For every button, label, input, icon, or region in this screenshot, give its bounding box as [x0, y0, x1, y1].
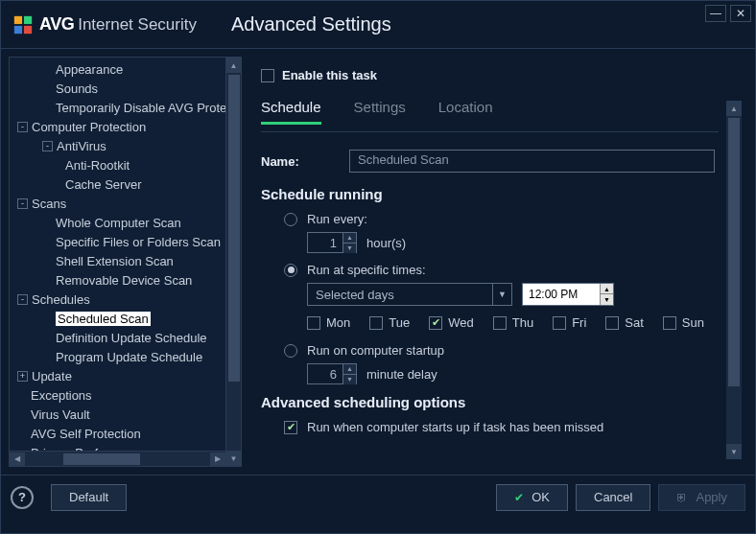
- step-up-icon[interactable]: ▲: [343, 233, 356, 244]
- check-icon: ✔: [514, 491, 524, 504]
- day-mon-checkbox[interactable]: [307, 316, 320, 330]
- step-down-icon[interactable]: ▼: [343, 375, 356, 384]
- tree-item-label: Computer Protection: [32, 120, 146, 134]
- scroll-down-icon[interactable]: ▼: [226, 451, 241, 466]
- tree-item[interactable]: Sounds: [10, 79, 241, 98]
- scroll-right-icon[interactable]: ▶: [210, 453, 225, 466]
- sidebar-horizontal-scrollbar[interactable]: ◀ ▶: [10, 451, 225, 466]
- tree-item[interactable]: Shell Extension Scan: [10, 251, 241, 270]
- day-tue-checkbox[interactable]: [369, 316, 383, 330]
- tree-item[interactable]: Cache Server: [10, 174, 241, 194]
- tree-item-label: Specific Files or Folders Scan: [56, 235, 221, 249]
- tree-item[interactable]: -Schedules: [10, 290, 241, 309]
- tree-item-label: Schedules: [32, 292, 90, 307]
- collapse-icon[interactable]: -: [17, 122, 28, 132]
- svg-rect-3: [24, 25, 32, 33]
- run-startup-radio[interactable]: [284, 344, 297, 358]
- tree-item[interactable]: +Update: [10, 366, 241, 385]
- advanced-options-title: Advanced scheduling options: [261, 394, 715, 410]
- logo-product: Internet Security: [78, 15, 197, 35]
- tree-item[interactable]: Anti-Rootkit: [10, 155, 241, 174]
- tab-location[interactable]: Location: [438, 96, 493, 125]
- run-every-stepper[interactable]: 1 ▲ ▼: [307, 232, 357, 253]
- tree-item[interactable]: Virus Vault: [10, 405, 241, 424]
- startup-delay-stepper[interactable]: 6 ▲ ▼: [307, 363, 357, 384]
- day-wed-checkbox[interactable]: [429, 316, 442, 330]
- startup-delay-unit: minute delay: [366, 367, 437, 382]
- logo: AVG Internet Security: [12, 14, 197, 35]
- content-panel: Enable this task Schedule Settings Locat…: [248, 57, 747, 467]
- name-input[interactable]: Scheduled Scan: [349, 150, 715, 173]
- sidebar-vertical-scrollbar[interactable]: ▲ ▼: [225, 58, 241, 466]
- day-thu-checkbox[interactable]: [493, 316, 507, 330]
- tree-item-label: Update: [32, 369, 72, 383]
- scroll-thumb[interactable]: [228, 75, 240, 382]
- tree-item[interactable]: Program Update Schedule: [10, 347, 241, 366]
- tree-item[interactable]: Specific Files or Folders Scan: [10, 232, 241, 251]
- step-up-icon[interactable]: ▲: [343, 364, 356, 375]
- run-every-label: Run every:: [307, 212, 367, 226]
- tree-item[interactable]: -AntiVirus: [10, 136, 241, 155]
- tree-item-label: Temporarily Disable AVG Protection: [56, 101, 241, 115]
- tree-item[interactable]: Whole Computer Scan: [10, 213, 241, 232]
- avg-logo-icon: [12, 14, 34, 35]
- expand-icon[interactable]: +: [17, 371, 28, 382]
- day-checkboxes: Mon Tue Wed Thu Fri Sat Sun: [307, 315, 715, 330]
- help-button[interactable]: ?: [11, 486, 34, 509]
- tree-item-label: AVG Self Protection: [31, 427, 141, 441]
- days-dropdown[interactable]: Selected days ▼: [307, 283, 512, 306]
- day-sun-checkbox[interactable]: [663, 316, 676, 330]
- tree-item-label: Scheduled Scan: [56, 312, 151, 326]
- close-button[interactable]: ✕: [730, 5, 751, 22]
- scroll-left-icon[interactable]: ◀: [10, 453, 25, 466]
- collapse-icon[interactable]: -: [42, 141, 53, 151]
- day-sat-checkbox[interactable]: [605, 316, 619, 330]
- time-input[interactable]: 12:00 PM ▲ ▼: [522, 283, 614, 306]
- minimize-button[interactable]: —: [705, 5, 726, 22]
- tree-item[interactable]: Definition Update Schedule: [10, 328, 241, 347]
- tree-item[interactable]: Removable Device Scan: [10, 270, 241, 290]
- scroll-down-icon[interactable]: ▼: [726, 444, 742, 459]
- tree-item-label: AntiVirus: [57, 139, 106, 153]
- tree-item[interactable]: -Computer Protection: [10, 117, 241, 136]
- settings-tree[interactable]: AppearanceSoundsTemporarily Disable AVG …: [10, 58, 241, 453]
- run-every-unit: hour(s): [366, 236, 406, 250]
- scroll-thumb[interactable]: [63, 453, 140, 465]
- step-up-icon[interactable]: ▲: [600, 284, 613, 294]
- shield-icon: ⛨: [676, 491, 688, 504]
- day-fri-checkbox[interactable]: [553, 316, 566, 330]
- default-button[interactable]: Default: [51, 484, 127, 511]
- content-vertical-scrollbar[interactable]: ▲ ▼: [726, 101, 742, 459]
- run-every-radio[interactable]: [284, 213, 297, 226]
- tabs: Schedule Settings Location: [261, 96, 742, 126]
- step-down-icon[interactable]: ▼: [600, 294, 613, 305]
- tree-item[interactable]: Exceptions: [10, 385, 241, 405]
- tab-schedule[interactable]: Schedule: [261, 96, 321, 125]
- scroll-up-icon[interactable]: ▲: [726, 101, 742, 116]
- run-if-missed-checkbox[interactable]: [284, 421, 297, 434]
- chevron-down-icon: ▼: [492, 284, 511, 305]
- run-specific-radio[interactable]: [284, 264, 297, 277]
- schedule-running-title: Schedule running: [261, 186, 715, 202]
- scroll-thumb[interactable]: [728, 118, 740, 386]
- tree-item-label: Cache Server: [65, 177, 141, 192]
- tree-item-label: Shell Extension Scan: [56, 254, 174, 268]
- step-down-icon[interactable]: ▼: [343, 244, 356, 253]
- tree-item[interactable]: Appearance: [10, 59, 241, 79]
- ok-button[interactable]: ✔ OK: [496, 484, 568, 511]
- tree-item[interactable]: -Scans: [10, 194, 241, 213]
- tree-item-label: Anti-Rootkit: [65, 158, 130, 173]
- scroll-up-icon[interactable]: ▲: [226, 58, 241, 73]
- apply-button[interactable]: ⛨ Apply: [658, 484, 745, 511]
- sidebar: AppearanceSoundsTemporarily Disable AVG …: [9, 57, 242, 467]
- enable-task-checkbox[interactable]: [261, 69, 274, 82]
- tab-settings[interactable]: Settings: [354, 96, 406, 125]
- tree-item[interactable]: AVG Self Protection: [10, 424, 241, 443]
- svg-rect-2: [14, 25, 22, 33]
- collapse-icon[interactable]: -: [17, 294, 28, 305]
- tree-item[interactable]: Temporarily Disable AVG Protection: [10, 98, 241, 117]
- cancel-button[interactable]: Cancel: [576, 484, 650, 511]
- collapse-icon[interactable]: -: [17, 198, 28, 209]
- run-specific-label: Run at specific times:: [307, 263, 426, 277]
- tree-item[interactable]: Scheduled Scan: [10, 309, 241, 328]
